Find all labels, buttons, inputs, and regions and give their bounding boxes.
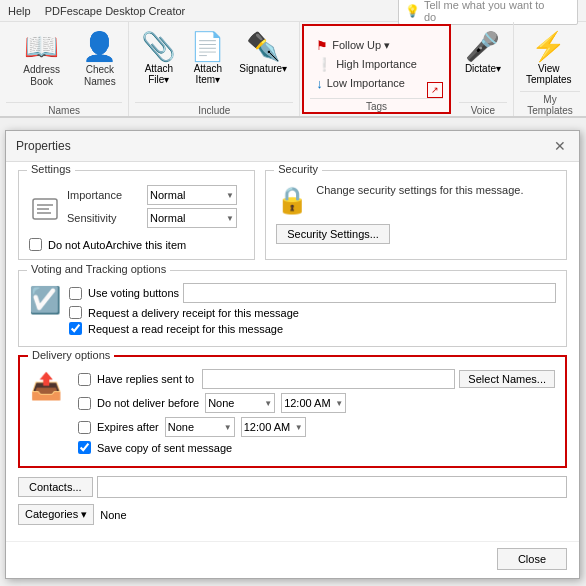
security-section: Security 🔒 Change security settings for …	[265, 170, 567, 260]
high-importance-label: High Importance	[336, 58, 417, 70]
lock-icon: 🔒	[276, 185, 308, 216]
use-voting-checkbox[interactable]	[69, 287, 82, 300]
have-replies-row: Have replies sent to Select Names...	[78, 369, 555, 389]
security-settings-button[interactable]: Security Settings...	[276, 224, 390, 244]
settings-section-title: Settings	[27, 163, 75, 175]
delivery-rows: Have replies sent to Select Names... Do …	[78, 369, 555, 458]
delivery-icon: 📤	[30, 371, 62, 402]
delivery-receipt-row: Request a delivery receipt for this mess…	[69, 306, 556, 319]
include-group: 📎 AttachFile▾ 📄 AttachItem▾ ✒️ Signature…	[129, 22, 300, 116]
voice-group: 🎤 Dictate▾ Voice	[453, 22, 514, 116]
expires-date-select[interactable]: None	[165, 417, 235, 437]
contacts-button[interactable]: Contacts...	[18, 477, 93, 497]
dialog-body: Settings Imp	[6, 162, 579, 541]
expires-time-container: 12:00 AM	[238, 417, 306, 437]
deliver-date-select[interactable]: None	[205, 393, 275, 413]
dialog-title: Properties	[16, 139, 71, 153]
view-templates-button[interactable]: ⚡ ViewTemplates	[520, 26, 578, 91]
expires-time-select[interactable]: 12:00 AM	[241, 417, 306, 437]
check-names-label: CheckNames	[84, 64, 116, 88]
read-receipt-checkbox[interactable]	[69, 322, 82, 335]
importance-select[interactable]: Normal High Low	[147, 185, 237, 205]
autoarchive-checkbox[interactable]	[29, 238, 42, 251]
voting-icon: ☑️	[29, 285, 61, 316]
names-group-label: Names	[6, 102, 122, 116]
do-not-deliver-label: Do not deliver before	[97, 397, 199, 409]
expires-after-row: Expires after None 12:00 AM	[78, 417, 555, 437]
search-placeholder: Tell me what you want to do	[424, 0, 557, 23]
importance-label: Importance	[67, 189, 147, 201]
sensitivity-select[interactable]: Normal Personal Private Confidential	[147, 208, 237, 228]
low-importance-icon: ↓	[316, 76, 323, 91]
dialog-title-bar: Properties ✕	[6, 131, 579, 162]
ribbon-search-box[interactable]: 💡 Tell me what you want to do	[398, 0, 578, 25]
follow-up-button[interactable]: ⚑ Follow Up ▾	[310, 36, 423, 55]
voting-section-title: Voting and Tracking options	[27, 263, 170, 275]
attach-file-icon: 📎	[141, 30, 176, 63]
menu-pdfescape[interactable]: PDFescape Desktop Creator	[45, 5, 186, 17]
low-importance-button[interactable]: ↓ Low Importance	[310, 74, 423, 93]
delivery-receipt-label: Request a delivery receipt for this mess…	[88, 307, 299, 319]
deliver-date-container: None	[205, 393, 275, 413]
signature-icon: ✒️	[246, 30, 281, 63]
follow-up-icon: ⚑	[316, 38, 328, 53]
close-button[interactable]: Close	[497, 548, 567, 570]
autoarchive-label: Do not AutoArchive this item	[48, 239, 186, 251]
attach-file-button[interactable]: 📎 AttachFile▾	[135, 26, 182, 102]
read-receipt-label: Request a read receipt for this message	[88, 323, 283, 335]
save-copy-label: Save copy of sent message	[97, 442, 232, 454]
address-book-button[interactable]: 📖 Address Book	[6, 26, 77, 102]
high-importance-button[interactable]: ❕ High Importance	[310, 55, 423, 74]
dialog-close-button[interactable]: ✕	[551, 137, 569, 155]
follow-up-label: Follow Up ▾	[332, 39, 390, 52]
have-replies-checkbox[interactable]	[78, 373, 91, 386]
include-group-label: Include	[135, 102, 293, 116]
security-content: 🔒 Change security settings for this mess…	[276, 177, 556, 244]
voting-buttons-input[interactable]	[183, 283, 556, 303]
voting-content: ☑️ Use voting buttons Request a delivery…	[29, 277, 556, 338]
categories-button[interactable]: Categories ▾	[18, 504, 94, 525]
security-top: 🔒 Change security settings for this mess…	[276, 183, 556, 216]
view-templates-icon: ⚡	[531, 30, 566, 63]
deliver-time-container: 12:00 AM	[278, 393, 346, 413]
expires-date-container: None	[165, 417, 235, 437]
menu-help[interactable]: Help	[8, 5, 31, 17]
voting-section: Voting and Tracking options ☑️ Use votin…	[18, 270, 567, 347]
tags-expand-button[interactable]: ↗	[427, 82, 443, 98]
have-replies-input[interactable]	[202, 369, 455, 389]
use-voting-row: Use voting buttons	[69, 283, 556, 303]
my-templates-group-label: My Templates	[520, 91, 580, 116]
address-book-icon: 📖	[26, 30, 58, 62]
settings-security-row: Settings Imp	[18, 170, 567, 260]
ribbon-toolbar: 📖 Address Book 👤 CheckNames Names 📎 Atta…	[0, 22, 586, 117]
select-names-button[interactable]: Select Names...	[459, 370, 555, 388]
signature-button[interactable]: ✒️ Signature▾	[233, 26, 293, 102]
tags-group: ⚑ Follow Up ▾ ❕ High Importance ↓ Low Im…	[302, 24, 451, 114]
check-names-button[interactable]: 👤 CheckNames	[77, 26, 122, 102]
save-copy-checkbox[interactable]	[78, 441, 91, 454]
attach-item-label: AttachItem▾	[194, 63, 222, 85]
view-templates-label: ViewTemplates	[526, 63, 572, 85]
use-voting-label: Use voting buttons	[88, 287, 179, 299]
address-book-label: Address Book	[12, 64, 71, 88]
dictate-button[interactable]: 🎤 Dictate▾	[459, 26, 507, 102]
categories-input[interactable]	[98, 507, 567, 523]
deliver-time-select[interactable]: 12:00 AM	[281, 393, 346, 413]
do-not-deliver-checkbox[interactable]	[78, 397, 91, 410]
delivery-content: 📤 Have replies sent to Select Names... D…	[30, 363, 555, 458]
attach-file-label: AttachFile▾	[145, 63, 173, 85]
expires-after-checkbox[interactable]	[78, 421, 91, 434]
save-copy-row: Save copy of sent message	[78, 441, 555, 454]
contacts-input[interactable]	[97, 476, 567, 498]
attach-item-button[interactable]: 📄 AttachItem▾	[184, 26, 231, 102]
my-templates-group: ⚡ ViewTemplates My Templates	[514, 22, 586, 116]
sensitivity-field-row: Sensitivity Normal Personal Private Conf…	[67, 208, 237, 228]
importance-field-row: Importance Normal High Low	[67, 185, 237, 205]
have-replies-label: Have replies sent to	[97, 373, 194, 385]
dialog-footer: Close	[6, 541, 579, 578]
delivery-receipt-checkbox[interactable]	[69, 306, 82, 319]
importance-select-container: Normal High Low	[147, 185, 237, 205]
sensitivity-label: Sensitivity	[67, 212, 147, 224]
tags-group-label: Tags	[310, 98, 443, 112]
security-section-title: Security	[274, 163, 322, 175]
